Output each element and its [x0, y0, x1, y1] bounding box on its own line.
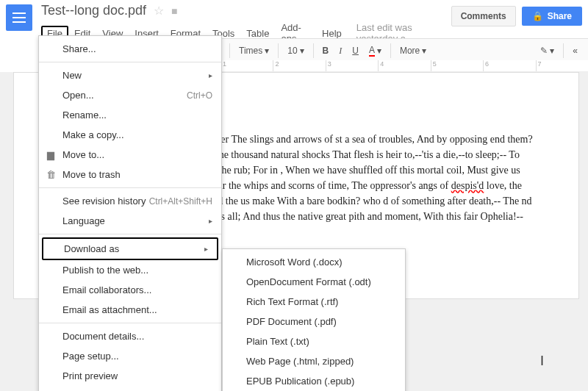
menu-item-make-copy[interactable]: Make a copy...	[39, 125, 221, 145]
ruler: 12 34 56 7	[220, 60, 588, 72]
menu-item-email-attachment[interactable]: Email as attachment...	[39, 300, 221, 320]
submenu-item-txt[interactable]: Plain Text (.txt)	[223, 331, 405, 351]
docs-logo[interactable]	[6, 4, 32, 31]
toolbar: Times ▾ 10 ▾ B I U A ▾ More ▾ ✎ ▾ «	[220, 38, 588, 63]
spell-error[interactable]: despis'd	[451, 180, 484, 191]
menu-item-rename[interactable]: Rename...	[39, 105, 221, 125]
file-menu: Share... New▸ Open...Ctrl+O Rename... Ma…	[38, 35, 222, 391]
chevron-right-icon: ▸	[209, 217, 212, 225]
text-cursor-icon: I	[540, 354, 544, 369]
collapse-icon[interactable]: «	[568, 43, 582, 59]
chevron-down-icon: ▾	[422, 46, 426, 56]
more-button[interactable]: More ▾	[395, 43, 431, 59]
star-icon[interactable]: ☆	[154, 4, 164, 18]
italic-button[interactable]: I	[334, 43, 346, 60]
menu-item-share[interactable]: Share...	[39, 39, 221, 59]
chevron-right-icon: ▸	[209, 71, 212, 79]
document-title[interactable]: Test--long doc.pdf	[41, 3, 146, 18]
chevron-right-icon: ▸	[204, 245, 208, 253]
font-selector[interactable]: Times ▾	[234, 43, 273, 59]
menu-item-download-as[interactable]: Download as▸	[42, 237, 218, 260]
menu-item-print[interactable]: ⎙PrintCtrl+P	[39, 386, 221, 391]
download-as-submenu: Microsoft Word (.docx) OpenDocument Form…	[222, 248, 406, 391]
menu-item-trash[interactable]: 🗑Move to trash	[39, 165, 221, 184]
pen-icon[interactable]: ✎ ▾	[536, 43, 559, 59]
share-button[interactable]: 🔒 Share	[522, 7, 582, 26]
menu-item-print-preview[interactable]: Print preview	[39, 366, 221, 386]
underline-button[interactable]: U	[348, 43, 363, 59]
menu-item-email-collaborators[interactable]: Email collaborators...	[39, 280, 221, 300]
menu-item-move-to[interactable]: ▆Move to...	[39, 145, 221, 165]
menu-item-page-setup[interactable]: Page setup...	[39, 346, 221, 366]
submenu-item-html[interactable]: Web Page (.html, zipped)	[223, 351, 405, 371]
submenu-item-pdf[interactable]: PDF Document (.pdf)	[223, 312, 405, 331]
submenu-item-docx[interactable]: Microsoft Word (.docx)	[223, 252, 405, 272]
menu-item-language[interactable]: Language▸	[39, 211, 221, 231]
submenu-item-rtf[interactable]: Rich Text Format (.rtf)	[223, 292, 405, 312]
menu-item-publish[interactable]: Publish to the web...	[39, 260, 221, 280]
chevron-down-icon: ▾	[377, 46, 381, 56]
bold-button[interactable]: B	[318, 43, 334, 59]
folder-icon: ▆	[45, 149, 57, 160]
font-size-selector[interactable]: 10 ▾	[283, 43, 308, 59]
chevron-down-icon: ▾	[265, 46, 269, 56]
top-buttons: Comments 🔒 Share	[451, 6, 582, 26]
menu-item-open[interactable]: Open...Ctrl+O	[39, 85, 221, 105]
menu-item-new[interactable]: New▸	[39, 65, 221, 85]
menu-item-revision-history[interactable]: See revision historyCtrl+Alt+Shift+H	[39, 191, 221, 211]
submenu-item-odt[interactable]: OpenDocument Format (.odt)	[223, 272, 405, 292]
text-color-button[interactable]: A ▾	[365, 42, 386, 60]
share-label: Share	[548, 11, 572, 21]
folder-icon[interactable]: ■	[171, 5, 177, 17]
menu-item-document-details[interactable]: Document details...	[39, 326, 221, 346]
lock-icon: 🔒	[532, 11, 543, 21]
comments-button[interactable]: Comments	[451, 6, 516, 26]
trash-icon: 🗑	[45, 169, 57, 180]
chevron-down-icon: ▾	[300, 46, 304, 56]
submenu-item-epub[interactable]: EPUB Publication (.epub)	[223, 371, 405, 391]
